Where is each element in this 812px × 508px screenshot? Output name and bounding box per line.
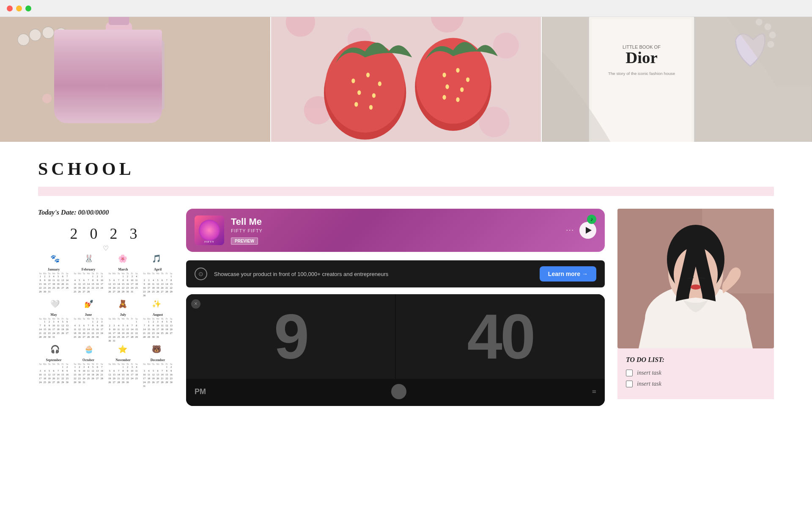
ad-description: Showcase your product in front of 100,00… [214,271,533,277]
svg-point-17 [55,100,63,108]
todo-item-1: insert task [626,370,765,376]
todo-item-2: insert task [626,381,765,387]
play-triangle-icon [586,227,592,234]
calendar-months-grid-3: September SuMoTuWeThFrSa 12 3456789 1011… [38,358,173,388]
svg-rect-11 [109,17,129,25]
sticker-nail: 💅 [84,299,93,309]
calendar-june: June SuMoTuWeThFrSa 123 45678910 1112131… [73,313,104,343]
portrait-photo [617,209,774,348]
svg-point-42 [445,84,449,89]
calendar-months-grid: January SuMoTuWeThFrSa 1234567 891011121… [38,268,173,298]
svg-rect-14 [147,40,165,110]
learn-more-button[interactable]: Learn more → [540,266,596,282]
right-column: TO DO LIST: insert task insert task [617,209,774,399]
minimize-dot[interactable] [16,6,22,11]
svg-point-41 [466,77,469,82]
svg-point-25 [493,33,518,58]
calendar-january: January SuMoTuWeThFrSa 1234567 891011121… [38,268,69,298]
spotify-card: ♪ FIFTY Tell Me FIFTY FIFTY PREVIEW ··· [186,209,605,252]
svg-point-45 [456,97,459,102]
svg-point-9 [112,61,123,73]
svg-point-18 [66,97,75,106]
todo-checkbox-1[interactable] [626,370,633,376]
svg-point-36 [369,105,373,110]
spotify-album-art: FIFTY [195,215,224,245]
spotify-song-title: Tell Me [231,216,560,227]
svg-point-64 [691,284,701,290]
svg-rect-10 [106,22,132,110]
sticker-rabbit: 🐰 [84,254,93,263]
calendar-december: December SuMoTuWeThFrSa 12 3456789 10111… [142,358,173,388]
svg-point-16 [42,94,52,103]
sticker-music: 🎵 [152,254,161,263]
calendar-september: September SuMoTuWeThFrSa 12 3456789 1011… [38,358,69,388]
svg-point-32 [378,81,381,86]
spotify-logo-icon: ♪ [590,216,593,223]
todo-task-1: insert task [637,370,661,376]
svg-point-5 [68,31,80,43]
spotify-artist-name: FIFTY FIFTY [231,228,560,233]
middle-column: ♪ FIFTY Tell Me FIFTY FIFTY PREVIEW ··· [186,209,605,406]
sticker-bunny: 🧸 [118,299,127,309]
svg-point-8 [103,52,115,64]
sticker-row-3: 🎧 🧁 ⭐ 🐻 [38,345,173,354]
svg-point-44 [442,95,446,99]
spotify-track-info: Tell Me FIFTY FIFTY PREVIEW [231,216,560,245]
calendar-year: 2 0 2 3 [38,225,173,243]
clock-widget: × 9 40 PM ≡ [186,294,605,406]
svg-point-19 [78,103,86,111]
ad-target-icon: ⊙ [195,268,207,280]
svg-point-20 [89,99,99,108]
svg-point-34 [372,93,375,98]
clock-circle-icon[interactable] [391,384,406,399]
clock-ampm-label: PM [195,387,206,396]
calendar-february: February SuMoTuWeThFrSa 123 45678910 111… [73,268,104,298]
calendar-months-grid-2: May SuMoTuWeThFrSa 123456 78910111213 14… [38,313,173,343]
svg-rect-15 [149,31,162,41]
close-dot[interactable] [7,6,13,11]
sticker-paw: 🐾 [50,254,60,263]
svg-point-6 [81,37,93,49]
svg-point-30 [351,78,355,83]
svg-text:essie: essie [118,64,129,70]
clock-close-button[interactable]: × [191,299,200,309]
maximize-dot[interactable] [25,6,31,11]
calendar-may: May SuMoTuWeThFrSa 123456 78910111213 14… [38,313,69,343]
svg-point-43 [460,87,464,92]
calendar-october: October SuMoTuWeThFrSa 1234567 891011121… [73,358,104,388]
svg-point-2 [29,29,41,41]
spotify-album-label: FIFTY [204,240,214,243]
ad-banner: ⊙ Showcase your product in front of 100,… [186,260,605,287]
header-images: essie [0,17,812,142]
spotify-more-icon[interactable]: ··· [566,226,575,235]
sticker-bear: 🐻 [152,345,161,354]
calendar-august: August SuMoTuWeThFrSa 123456 78910111213… [142,313,173,343]
svg-point-39 [442,73,446,77]
sticker-row-2: 🤍 💅 🧸 ✨ [38,299,173,309]
svg-point-35 [354,102,358,107]
clock-minutes-value: 40 [467,305,534,368]
svg-rect-49 [592,19,691,142]
clock-minutes-digit: 40 [396,294,605,379]
header-image-1: essie [0,17,270,142]
todo-title: TO DO LIST: [626,356,765,364]
sticker-headphones: 🎧 [50,345,60,354]
page-title: SCHOOL [38,159,774,179]
window-chrome [0,0,812,17]
today-date-label: Today's Date: 00/00/0000 [38,209,173,216]
svg-point-4 [55,28,67,40]
sticker-cake: 🧁 [84,345,93,354]
header-image-3: Dior LITTLE BOOK OF The story of the ico… [542,17,812,142]
spotify-preview-badge: PREVIEW [231,237,258,245]
calendar-april: April SuMoTuWeThFrSa 1 2345678 910111213… [142,268,173,298]
sticker-row-1: 🐾 🐰 🌸 🎵 [38,254,173,263]
clock-hour-value: 9 [274,305,307,368]
sticker-sparkle: ✨ [152,299,161,309]
clock-menu-icon[interactable]: ≡ [592,387,596,396]
svg-point-33 [357,90,361,95]
clock-display: 9 40 [186,294,605,379]
content-grid: Today's Date: 00/00/0000 2 0 2 3 ♡ 🐾 🐰 🌸… [38,209,774,406]
calendar-widget: 2 0 2 3 ♡ 🐾 🐰 🌸 🎵 January SuMoTuWeThFrSa [38,225,173,388]
spotify-play-button[interactable] [579,222,596,239]
todo-checkbox-2[interactable] [626,381,633,387]
